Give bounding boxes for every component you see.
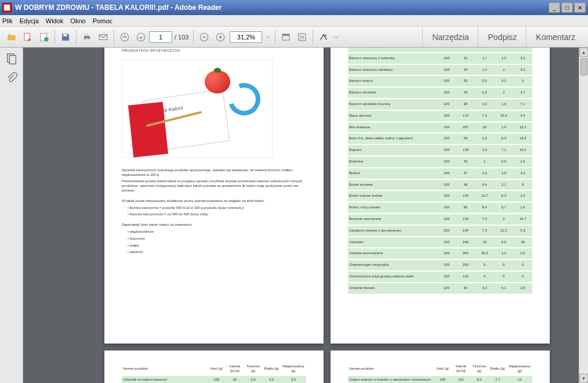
table-row: Bigos domowy100113 7,210,42,4 <box>348 110 532 122</box>
table-row: Botwinka10030 10,61,9 <box>348 156 532 168</box>
title-bar: W DOBRYM ZDROWIU - TABELA KALORII!.pdf -… <box>0 0 588 15</box>
minimize-button[interactable]: _ <box>549 2 560 13</box>
export-pdf-icon[interactable] <box>20 30 35 45</box>
svg-rect-3 <box>63 34 67 36</box>
menu-file[interactable]: Plik <box>2 17 13 24</box>
page-number-input[interactable] <box>149 31 172 43</box>
page-count-label: / 103 <box>175 34 188 41</box>
menu-help[interactable]: Pomoc <box>93 17 112 24</box>
table-row: Chińszczyzna indyk,grzyby,makaron,kiełki… <box>348 271 532 283</box>
create-pdf-icon[interactable] <box>37 30 52 45</box>
zoom-input[interactable] <box>230 31 262 43</box>
table-row: Chłodnik litewski,10064 4,24,12,8 <box>348 283 532 294</box>
page1-header: PRODUKTACH SPOŻYWCZYCH <box>122 49 306 53</box>
menu-window[interactable]: Okno <box>70 17 85 24</box>
tools-panel-button[interactable]: Narzędzia <box>422 27 478 47</box>
table-row: Carpaccio wołowe z parmezanem100134 7,91… <box>348 225 532 237</box>
menu-view[interactable]: Widok <box>46 17 64 24</box>
pdf-page-4: Nazwa produktu Ilość [g] Kalorie [kCal] … <box>331 351 550 383</box>
menu-bar: Plik Edycja Widok Okno Pomoc <box>0 15 588 27</box>
table-row: Cebulka podsmażana100304 30,31,15,5 <box>348 248 532 259</box>
table-row: Bogracz100138 3,37,119,9 <box>348 144 532 156</box>
table-row: Barszcz czerwony z botwinką10031 1,71,53… <box>348 53 532 64</box>
table-row: Bulion z kury kostka10086 8,46,71,6 <box>348 202 532 214</box>
menu-edit[interactable]: Edycja <box>20 17 39 24</box>
maximize-button[interactable]: □ <box>561 2 573 13</box>
print-icon[interactable] <box>79 30 95 45</box>
zoom-in-icon[interactable] <box>213 30 228 45</box>
svg-rect-19 <box>9 56 16 64</box>
table-row: Barszcz ukraiński10029 0,224,7 <box>348 87 532 99</box>
read-mode-icon[interactable] <box>316 30 331 45</box>
svg-rect-6 <box>85 38 89 41</box>
table-row: Barszcz czerwony karton10025 0,20,20 <box>348 48 532 53</box>
table-row: Gulasz wołowy w kociołku z pieczywem czo… <box>348 376 532 383</box>
email-icon[interactable] <box>96 30 111 45</box>
open-icon[interactable] <box>4 30 19 45</box>
table-row: Barszcz krakus10035 0,20,20 <box>348 75 532 87</box>
table-row: Cebuliarz100246 154,639 <box>348 237 532 248</box>
attachments-icon[interactable] <box>5 72 18 85</box>
vertical-scrollbar[interactable]: ▲ ▼ <box>579 48 588 383</box>
scroll-down-icon[interactable]: ▼ <box>579 374 588 383</box>
comment-panel-button[interactable]: Komentarz <box>526 27 585 47</box>
window-title: W DOBRYM ZDROWIU - TABELA KALORII!.pdf -… <box>15 3 549 12</box>
hero-image: la Kalorii <box>122 59 273 158</box>
table-row: Buraczki zasmażane100135 7,9215,7 <box>348 214 532 225</box>
table-row: Bita śmietana100287 251,915,3 <box>348 122 532 133</box>
page-down-icon[interactable] <box>133 30 148 45</box>
svg-rect-5 <box>85 34 89 36</box>
pdf-file-icon <box>2 3 12 12</box>
table-row: Barszcz czerwony zabielany10034 1,423,3 <box>348 64 532 76</box>
document-area[interactable]: PRODUKTACH SPOŻYWCZYCH la Kalorii Sprawd… <box>23 48 588 383</box>
table-row: Barszcz ukraiński mrożony10038 0,21,67,1 <box>348 99 532 110</box>
sign-panel-button[interactable]: Podpisz <box>478 27 526 47</box>
table-row: Brokoli10027 0,21,94,2 <box>348 168 532 179</box>
side-nav <box>0 48 23 383</box>
table-row: Cheeseburger mcdonalds100263 000 <box>348 259 532 271</box>
table-row: Chłodnik na białym barszczu10082 5,94,33… <box>122 376 306 383</box>
reading-mode-icon[interactable] <box>295 30 310 45</box>
fit-window-icon[interactable] <box>278 30 293 45</box>
pdf-page-2: Barszcz czerwony karton10025 0,20,20 Bar… <box>331 48 550 344</box>
svg-point-9 <box>137 33 145 41</box>
table-row: Bobo frut, deser jabłko maliny z jagodam… <box>348 133 532 144</box>
pdf-page-3: Nazwa produktu Ilość [g] Kalorie [kCal] … <box>104 351 324 383</box>
scroll-up-icon[interactable]: ▲ <box>579 48 588 57</box>
svg-point-2 <box>44 37 49 42</box>
pdf-page-1: PRODUKTACH SPOŻYWCZYCH la Kalorii Sprawd… <box>104 48 324 344</box>
scroll-thumb[interactable] <box>580 58 587 75</box>
read-mode-dropdown-icon[interactable] <box>332 30 340 45</box>
table-row: Bukiet surówek10096 6,42,19 <box>348 179 532 191</box>
page-up-icon[interactable] <box>117 30 132 45</box>
table-row: Bulion wołowy kostka100149 12,76,31,5 <box>348 190 532 202</box>
save-icon[interactable] <box>58 30 73 45</box>
thumbnails-icon[interactable] <box>5 52 18 65</box>
svg-rect-17 <box>299 34 306 41</box>
toolbar: / 103 Narzędzia Podpisz Komentarz <box>0 27 588 48</box>
svg-point-8 <box>121 33 129 41</box>
zoom-out-icon[interactable] <box>197 30 212 45</box>
svg-rect-16 <box>282 34 289 35</box>
zoom-dropdown-icon[interactable] <box>264 30 272 45</box>
close-button[interactable]: ✕ <box>574 2 586 13</box>
